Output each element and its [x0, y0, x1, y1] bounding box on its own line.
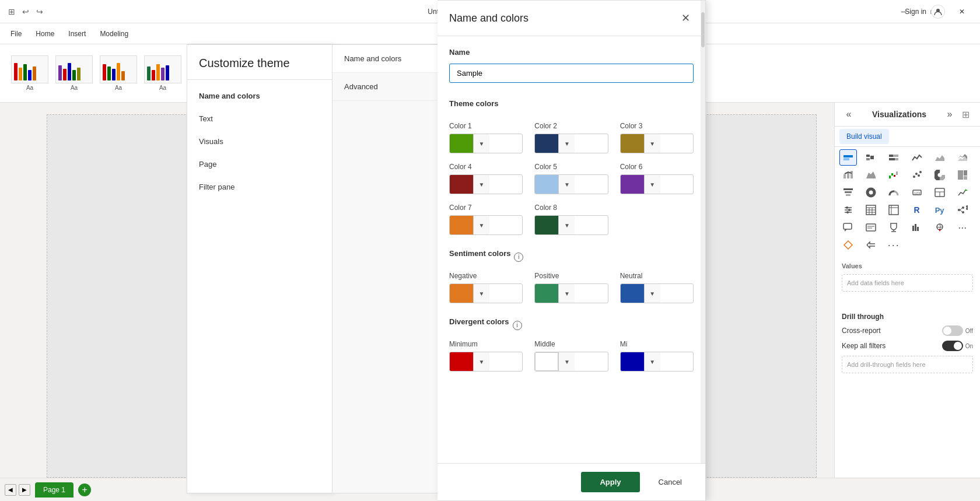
- positive-picker[interactable]: ▼: [534, 283, 608, 303]
- viz-table[interactable]: [862, 202, 880, 218]
- viz-stacked-bar[interactable]: [839, 149, 857, 166]
- signin-area[interactable]: Sign in: [905, 5, 945, 19]
- tab-build-visual[interactable]: Build visual: [839, 129, 889, 144]
- neutral-chevron[interactable]: ▼: [644, 284, 660, 303]
- viz-pie[interactable]: [931, 167, 949, 183]
- theme-item-1[interactable]: Aa: [9, 55, 50, 91]
- modal-scroll-thumb[interactable]: [701, 12, 705, 47]
- viz-kpi[interactable]: [954, 184, 971, 201]
- viz-bar-chart-2[interactable]: [908, 219, 926, 236]
- positive-chevron[interactable]: ▼: [558, 284, 575, 303]
- theme-item-3[interactable]: Aa: [98, 55, 139, 91]
- viz-100-bar[interactable]: [885, 149, 902, 166]
- viz-card[interactable]: 123: [908, 184, 926, 201]
- viz-map[interactable]: [931, 219, 949, 236]
- divergent-max-chevron[interactable]: ▼: [644, 352, 660, 371]
- panel-expand-right-icon[interactable]: »: [943, 107, 957, 121]
- viz-ribbon[interactable]: [862, 167, 880, 183]
- cancel-button[interactable]: Cancel: [647, 472, 694, 492]
- color-picker-2[interactable]: ▼: [534, 134, 608, 153]
- viz-slicer[interactable]: [839, 202, 857, 218]
- negative-picker[interactable]: ▼: [449, 283, 523, 303]
- menu-modeling[interactable]: Modeling: [94, 27, 134, 40]
- add-page-button[interactable]: +: [78, 484, 91, 496]
- drill-through-drop-area[interactable]: Add drill-through fields here: [842, 356, 973, 373]
- color-picker-5[interactable]: ▼: [534, 174, 608, 194]
- page-tab-1[interactable]: Page 1: [35, 482, 74, 498]
- viz-ellipsis[interactable]: ···: [885, 237, 902, 253]
- divergent-info-icon[interactable]: i: [513, 321, 522, 330]
- color-chevron-7[interactable]: ▼: [473, 216, 489, 234]
- divergent-mid-chevron[interactable]: ▼: [558, 352, 575, 371]
- viz-trophy[interactable]: [885, 219, 902, 236]
- panel-collapse-left-icon[interactable]: «: [842, 107, 856, 121]
- viz-matrix[interactable]: [885, 202, 902, 218]
- menu-home[interactable]: Home: [30, 27, 60, 40]
- viz-line-col[interactable]: [839, 167, 857, 183]
- cross-report-toggle[interactable]: Off: [942, 325, 973, 336]
- color-chevron-6[interactable]: ▼: [644, 175, 660, 194]
- color-picker-4[interactable]: ▼: [449, 174, 523, 194]
- color-chevron-3[interactable]: ▼: [644, 134, 660, 153]
- keep-filters-toggle[interactable]: On: [942, 341, 973, 351]
- color-picker-8[interactable]: ▼: [534, 215, 608, 235]
- page-next-button[interactable]: ▶: [19, 484, 30, 496]
- viz-line[interactable]: [908, 149, 926, 166]
- nav-filter-pane[interactable]: Filter pane: [187, 176, 332, 198]
- undo-icon[interactable]: ↩: [21, 7, 30, 16]
- nav-name-colors[interactable]: Name and colors: [187, 85, 332, 107]
- menu-insert[interactable]: Insert: [62, 27, 92, 40]
- page-prev-button[interactable]: ◀: [5, 484, 16, 496]
- keep-filters-switch[interactable]: [942, 341, 963, 351]
- nav-text[interactable]: Text: [187, 107, 332, 130]
- viz-waterfall[interactable]: [885, 167, 902, 183]
- divergent-mid-picker[interactable]: ▼: [534, 352, 608, 372]
- divergent-min-chevron[interactable]: ▼: [473, 352, 489, 371]
- negative-chevron[interactable]: ▼: [473, 284, 489, 303]
- panel-data-icon[interactable]: ⊞: [959, 107, 973, 121]
- viz-clustered-bar[interactable]: [862, 149, 880, 166]
- viz-donut[interactable]: [862, 184, 880, 201]
- viz-decomp-tree[interactable]: [954, 202, 971, 218]
- viz-smart-narrative[interactable]: [862, 219, 880, 236]
- viz-area[interactable]: [931, 149, 949, 166]
- viz-gauge[interactable]: [885, 184, 902, 201]
- theme-name-input[interactable]: [449, 64, 694, 83]
- color-chevron-1[interactable]: ▼: [473, 134, 489, 153]
- viz-r[interactable]: R: [908, 202, 926, 218]
- close-button[interactable]: ✕: [949, 0, 975, 23]
- color-picker-6[interactable]: ▼: [620, 174, 694, 194]
- neutral-picker[interactable]: ▼: [620, 283, 694, 303]
- values-drop-area[interactable]: Add data fields here: [842, 274, 973, 292]
- signin-label[interactable]: Sign in: [905, 8, 926, 16]
- color-chevron-5[interactable]: ▼: [558, 175, 575, 194]
- color-chevron-4[interactable]: ▼: [473, 175, 489, 194]
- theme-item-2[interactable]: Aa: [54, 55, 94, 91]
- viz-qa[interactable]: [839, 219, 857, 236]
- viz-multirow-card[interactable]: [931, 184, 949, 201]
- viz-arrows[interactable]: [862, 237, 880, 253]
- viz-scatter[interactable]: [908, 167, 926, 183]
- viz-python[interactable]: Py: [931, 202, 949, 218]
- viz-more[interactable]: ···: [954, 219, 971, 236]
- color-picker-7[interactable]: ▼: [449, 215, 523, 235]
- nav-visuals[interactable]: Visuals: [187, 130, 332, 153]
- nav-page[interactable]: Page: [187, 153, 332, 176]
- redo-icon[interactable]: ↪: [35, 7, 44, 16]
- divergent-max-picker[interactable]: ▼: [620, 352, 694, 372]
- viz-stacked-area[interactable]: [954, 149, 971, 166]
- theme-item-4[interactable]: Aa: [142, 55, 183, 91]
- cross-report-switch[interactable]: [942, 325, 963, 336]
- apply-button[interactable]: Apply: [581, 472, 639, 492]
- viz-funnel[interactable]: [839, 184, 857, 201]
- divergent-min-picker[interactable]: ▼: [449, 352, 523, 372]
- sentiment-info-icon[interactable]: i: [514, 253, 523, 262]
- user-avatar[interactable]: [931, 5, 945, 19]
- color-picker-3[interactable]: ▼: [620, 134, 694, 153]
- color-chevron-8[interactable]: ▼: [558, 216, 575, 234]
- color-picker-1[interactable]: ▼: [449, 134, 523, 153]
- window-menu-icon[interactable]: ⊞: [7, 7, 16, 16]
- viz-diamond[interactable]: [839, 237, 857, 253]
- modal-close-button[interactable]: ✕: [677, 10, 694, 26]
- color-chevron-2[interactable]: ▼: [558, 134, 575, 153]
